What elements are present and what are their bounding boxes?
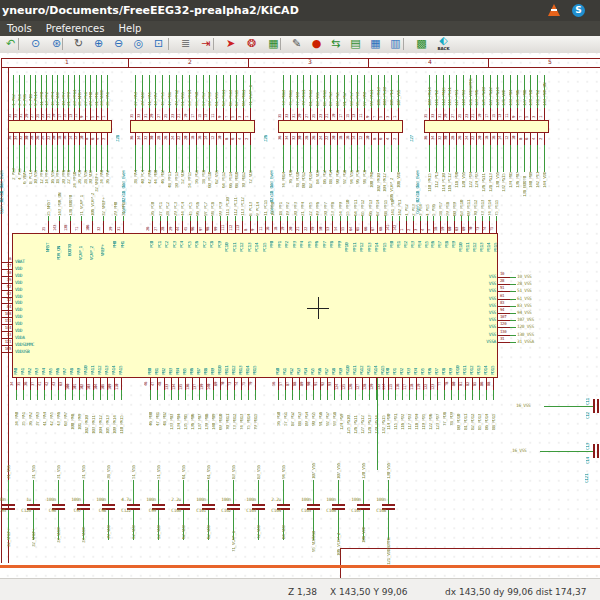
net-label[interactable]: 9_PC14 — [34, 80, 39, 106]
connector-pin[interactable] — [429, 108, 430, 120]
net-label[interactable]: 117_PD3 — [408, 400, 413, 430]
mcu-pin-name[interactable]: PG12 — [360, 359, 365, 375]
connector-pin-number[interactable]: 30 — [444, 134, 449, 140]
net-wire[interactable] — [23, 390, 24, 400]
connector-pin[interactable] — [490, 133, 491, 145]
connector-pin[interactable] — [169, 133, 170, 145]
mcu-pin-name[interactable]: PC10 — [225, 236, 230, 252]
mcu-pin-name[interactable]: PG1 — [283, 363, 288, 375]
net-label[interactable]: 83_VSS — [316, 80, 321, 106]
net-label[interactable]: 32_VREF+ — [32, 513, 37, 547]
net-label[interactable]: 119_PD3 — [462, 76, 467, 106]
capacitor-reference[interactable]: C101 — [190, 509, 206, 514]
net-wire[interactable] — [302, 216, 303, 221]
mcu-pin[interactable] — [48, 221, 49, 233]
connector-pin-number[interactable]: 32 — [19, 134, 24, 140]
connector-pin[interactable] — [182, 133, 183, 145]
connector-pin-number[interactable]: 15 — [346, 112, 351, 118]
connector-pin[interactable] — [330, 108, 331, 120]
net-wire[interactable] — [334, 390, 335, 400]
connector-pin[interactable] — [196, 133, 197, 145]
mcu-pin-name[interactable]: PD6 — [428, 363, 433, 375]
mcu-pin-name[interactable]: PF8 — [330, 236, 335, 248]
net-wire[interactable] — [292, 390, 293, 400]
net-label[interactable]: 12_PF1 — [40, 158, 45, 184]
connector-pin-number[interactable]: 27 — [305, 112, 310, 118]
net-label[interactable]: 51_VSS — [132, 453, 137, 479]
net-wire[interactable] — [325, 216, 326, 221]
net-wire[interactable] — [108, 480, 109, 504]
mcu-pin[interactable] — [498, 327, 510, 328]
capacitor-plate[interactable] — [177, 504, 190, 506]
net-label[interactable]: 135_PB5 — [184, 400, 189, 430]
net-wire[interactable] — [377, 378, 378, 470]
net-wire[interactable] — [8, 480, 9, 504]
net-label[interactable]: 8_PC13 — [249, 190, 254, 216]
connector-pin[interactable] — [544, 108, 545, 120]
connector-pin[interactable] — [216, 133, 217, 145]
capacitor-plate[interactable] — [597, 399, 599, 413]
net-wire[interactable] — [348, 390, 349, 400]
net-wire[interactable] — [510, 306, 516, 307]
connector-pin-number[interactable]: 26 — [458, 134, 463, 140]
net-label[interactable]: 43_PA7 — [154, 80, 159, 106]
net-label[interactable]: 86_PD14 — [485, 400, 490, 430]
connector-pin-number[interactable]: 23 — [171, 112, 176, 118]
mcu-pin-name[interactable]: VSS — [476, 289, 496, 294]
net-label[interactable]: 134_PB4 — [177, 400, 182, 430]
mcu-pin-name[interactable]: PG3 — [297, 363, 302, 375]
mcu-pin-number[interactable]: 26 — [146, 225, 151, 231]
net-label[interactable]: 142_PE1 — [536, 158, 541, 188]
mcu-pin-name[interactable]: PB6 — [190, 363, 195, 375]
net-wire[interactable] — [178, 390, 179, 400]
net-wire[interactable] — [58, 390, 59, 400]
bug-icon[interactable]: ● — [308, 36, 325, 52]
net-label[interactable]: 143_PDR_ON — [543, 63, 548, 106]
connector-pin[interactable] — [162, 133, 163, 145]
mcu-pin-number[interactable]: 134 — [172, 380, 177, 390]
connector-pin-number[interactable]: 12 — [211, 134, 216, 140]
net-label[interactable]: 81_PD13 — [309, 76, 314, 106]
connector-pin-number[interactable]: 25 — [458, 112, 463, 118]
net-wire[interactable] — [227, 216, 228, 221]
connector-pin[interactable] — [371, 133, 372, 145]
capacitor-reference[interactable]: C13 — [586, 439, 591, 450]
mcu-pin-number[interactable]: 54 — [334, 225, 339, 231]
connector-J25-body[interactable] — [8, 120, 112, 133]
connector-pin-number[interactable]: 33 — [137, 112, 142, 118]
connector-pin[interactable] — [364, 108, 365, 120]
netlist-icon[interactable]: ▤ — [347, 36, 364, 52]
capacitor-plate[interactable] — [597, 444, 599, 458]
mcu-pin-number[interactable]: 130 — [500, 330, 506, 334]
net-label[interactable]: 10_VSS — [517, 275, 531, 280]
net-wire[interactable] — [510, 320, 516, 321]
net-wire[interactable] — [440, 216, 441, 221]
net-label[interactable]: 99_PC9 — [219, 190, 224, 216]
connector-pin[interactable] — [317, 108, 318, 120]
net-label[interactable]: 100_PA8 — [370, 158, 375, 188]
connector-pin-number[interactable]: 25 — [312, 112, 317, 118]
mcu-pin-name[interactable]: PE15 — [494, 236, 499, 252]
net-label[interactable]: 134_PB5 — [509, 158, 514, 188]
connector-pin-number[interactable]: 29 — [150, 112, 155, 118]
net-wire[interactable] — [205, 216, 206, 221]
net-wire[interactable] — [121, 390, 122, 400]
net-label[interactable]: 36_PA2 — [29, 400, 34, 426]
net-label[interactable]: 93_PG8 — [333, 400, 338, 426]
zoom-selection-icon[interactable]: ⊡ — [150, 36, 167, 52]
capacitor-reference[interactable]: C120 — [15, 509, 31, 514]
mcu-pin-name[interactable]: PG4 — [304, 363, 309, 375]
mcu-pin-number[interactable]: 112 — [229, 221, 234, 231]
mcu-pin[interactable] — [123, 221, 124, 233]
net-wire[interactable] — [406, 216, 407, 221]
mcu-pin-number[interactable]: 31 — [500, 337, 504, 341]
connector-pin-number[interactable]: 36 — [8, 134, 13, 140]
net-label[interactable]: 110_PA15 — [428, 158, 433, 192]
connector-pin-number[interactable]: 22 — [47, 134, 52, 140]
mcu-pin-name[interactable]: VDD — [15, 295, 22, 300]
net-wire[interactable] — [30, 390, 31, 400]
connector-pin[interactable] — [223, 133, 224, 145]
mcu-body[interactable] — [12, 233, 498, 378]
mcu-pin-name[interactable]: PA8 — [70, 363, 75, 375]
mcu-pin-number[interactable]: 34 — [10, 380, 15, 386]
